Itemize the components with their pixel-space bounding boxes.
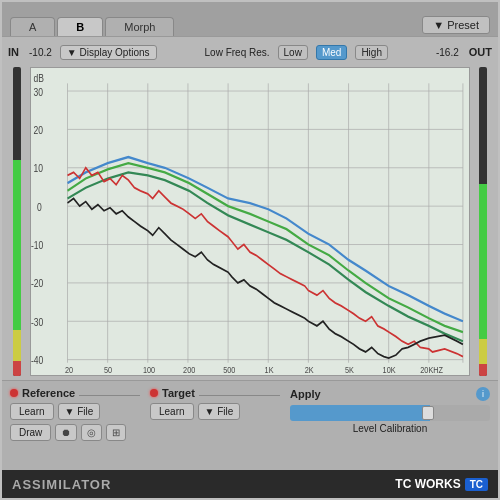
- target-led: [150, 389, 158, 397]
- low-freq-res-label: Low Freq Res.: [205, 47, 270, 58]
- svg-text:20KHZ: 20KHZ: [420, 365, 443, 375]
- preset-button[interactable]: ▼ Preset: [422, 16, 490, 34]
- footer-logo: ASSIMILATOR: [12, 477, 111, 492]
- main-container: A B Morph ▼ Preset IN -10.2 ▼ Display Op…: [0, 0, 500, 500]
- chart-area: 30 20 10 0 -10 -20 -30 -40 dB 20 50 100 …: [30, 67, 470, 376]
- apply-header: Apply i: [290, 387, 490, 401]
- level-slider-container: Level Calibration: [290, 405, 490, 434]
- freq-med-button[interactable]: Med: [316, 45, 347, 60]
- svg-text:-10: -10: [31, 239, 44, 251]
- target-learn-button[interactable]: Learn: [150, 403, 194, 420]
- level-calibration-label: Level Calibration: [290, 423, 490, 434]
- target-line: [199, 395, 280, 396]
- chart-row: 30 20 10 0 -10 -20 -30 -40 dB 20 50 100 …: [8, 67, 492, 376]
- vu-track-right: [479, 67, 487, 376]
- target-header: Target: [150, 387, 280, 399]
- reference-btn-row-2: Draw ⏺ ◎ ⊞: [10, 424, 140, 441]
- reference-grid-icon-button[interactable]: ⊞: [106, 424, 126, 441]
- svg-text:0: 0: [37, 201, 42, 213]
- vu-meter-right: [474, 67, 492, 376]
- svg-text:2K: 2K: [305, 365, 314, 375]
- svg-rect-0: [31, 68, 469, 375]
- tab-b[interactable]: B: [57, 17, 103, 36]
- out-label: OUT: [469, 46, 492, 58]
- svg-text:dB: dB: [33, 72, 43, 84]
- tab-morph[interactable]: Morph: [105, 17, 174, 36]
- svg-text:10K: 10K: [383, 365, 396, 375]
- top-controls: IN -10.2 ▼ Display Options Low Freq Res.…: [8, 41, 492, 63]
- reference-line: [79, 395, 140, 396]
- footer-brand: TC WORKS: [395, 477, 460, 491]
- reference-file-button[interactable]: ▼ File: [58, 403, 101, 420]
- freq-high-button[interactable]: High: [355, 45, 388, 60]
- tab-bar: A B Morph ▼ Preset: [2, 2, 498, 36]
- bottom-controls: Reference Learn ▼ File Draw ⏺ ◎ ⊞ Target: [2, 380, 498, 470]
- svg-text:-20: -20: [31, 278, 44, 290]
- display-options-button[interactable]: ▼ Display Options: [60, 45, 157, 60]
- reference-btn-row-1: Learn ▼ File: [10, 403, 140, 420]
- frequency-chart: 30 20 10 0 -10 -20 -30 -40 dB 20 50 100 …: [31, 68, 469, 375]
- vu-meter-left: [8, 67, 26, 376]
- svg-text:500: 500: [223, 365, 235, 375]
- reference-learn-button[interactable]: Learn: [10, 403, 54, 420]
- in-value: -10.2: [29, 47, 52, 58]
- target-label: Target: [162, 387, 195, 399]
- svg-text:20: 20: [33, 124, 43, 136]
- out-value: -16.2: [436, 47, 459, 58]
- svg-text:-30: -30: [31, 316, 44, 328]
- svg-text:50: 50: [104, 365, 112, 375]
- footer: ASSIMILATOR TC WORKS TC: [2, 470, 498, 498]
- target-file-button[interactable]: ▼ File: [198, 403, 241, 420]
- reference-label: Reference: [22, 387, 75, 399]
- level-calibration-slider[interactable]: [290, 405, 490, 421]
- tc-badge: TC: [465, 478, 488, 491]
- main-panel: IN -10.2 ▼ Display Options Low Freq Res.…: [2, 36, 498, 380]
- reference-record-icon-button[interactable]: ⏺: [55, 424, 77, 441]
- reference-header: Reference: [10, 387, 140, 399]
- apply-section: Apply i Level Calibration: [290, 387, 490, 464]
- in-label: IN: [8, 46, 19, 58]
- vu-track-left: [13, 67, 21, 376]
- svg-text:-40: -40: [31, 354, 44, 366]
- svg-text:5K: 5K: [345, 365, 354, 375]
- svg-text:20: 20: [65, 365, 73, 375]
- apply-label: Apply: [290, 388, 321, 400]
- info-icon[interactable]: i: [476, 387, 490, 401]
- target-section: Target Learn ▼ File: [150, 387, 280, 464]
- svg-text:100: 100: [143, 365, 155, 375]
- freq-low-button[interactable]: Low: [278, 45, 308, 60]
- target-btn-row: Learn ▼ File: [150, 403, 280, 420]
- svg-text:200: 200: [183, 365, 195, 375]
- reference-circle-icon-button[interactable]: ◎: [81, 424, 102, 441]
- svg-text:1K: 1K: [265, 365, 274, 375]
- reference-draw-button[interactable]: Draw: [10, 424, 51, 441]
- reference-led: [10, 389, 18, 397]
- svg-text:30: 30: [33, 86, 43, 98]
- reference-section: Reference Learn ▼ File Draw ⏺ ◎ ⊞: [10, 387, 140, 464]
- tab-a[interactable]: A: [10, 17, 55, 36]
- svg-text:10: 10: [33, 162, 43, 174]
